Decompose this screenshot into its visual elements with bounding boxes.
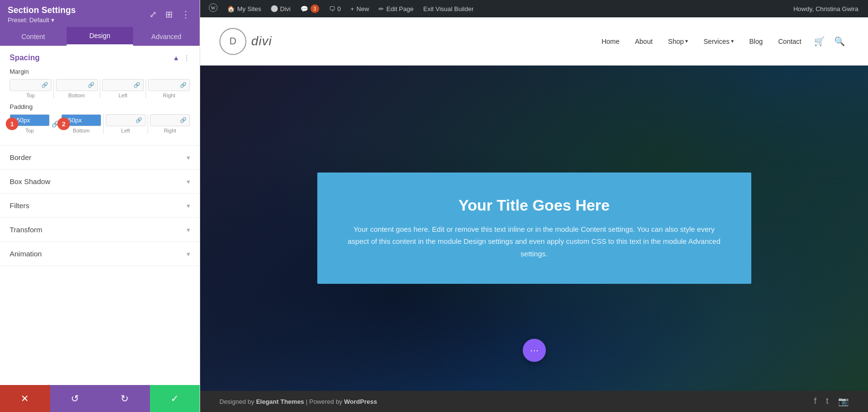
nav-home[interactable]: Home [595,34,626,49]
divi-logo-icon [271,5,278,12]
exit-builder-item[interactable]: Exit Visual Builder [419,0,479,17]
footer-social: f t 📷 [814,396,849,407]
wp-admin-bar: W 🏠 My Sites Divi 💬 3 🗨 0 + New ✏ Edit P… [200,0,868,17]
margin-right-input-wrap: 🔗 [148,79,190,91]
padding-right-group: 🔗 Right [150,114,190,133]
instagram-icon[interactable]: 📷 [838,396,849,407]
tab-content[interactable]: Content [0,27,67,46]
margin-right-link-icon[interactable]: 🔗 [180,82,187,88]
padding-left-label: Left [106,128,146,133]
exit-builder-label: Exit Visual Builder [423,5,474,13]
nav-shop[interactable]: Shop ▾ [661,34,695,49]
my-sites-item[interactable]: 🏠 My Sites [222,0,266,17]
new-label: New [356,5,369,13]
margin-bottom-link-icon[interactable]: 🔗 [88,82,95,88]
plus-icon: + [351,5,354,13]
logo-circle-icon: D [219,28,246,55]
transform-section[interactable]: Transform ▾ [0,218,200,242]
fullscreen-icon[interactable]: ⤢ [148,8,159,21]
margin-right-group: 🔗 Right [148,79,190,98]
edit-page-label: Edit Page [386,5,413,13]
comments-item[interactable]: 💬 3 [296,0,324,17]
margin-divider3 [146,79,146,98]
margin-left-group: 🔗 Left [102,79,144,98]
nav-shop-label: Shop [668,38,684,45]
my-sites-label: My Sites [237,5,261,13]
badge-2: 2 [57,118,70,130]
spacing-menu-icon[interactable]: ⋮ [183,54,190,62]
wp-icon-item[interactable]: W [204,0,222,17]
cart-icon[interactable]: 🛒 [810,32,828,51]
padding-left-link-icon[interactable]: 🔗 [136,117,142,123]
nav-contact[interactable]: Contact [772,34,808,49]
my-sites-icon: 🏠 [227,5,235,13]
logo-text: divi [251,34,272,49]
panel-content: Spacing ▲ ⋮ Margin 🔗 Top [0,46,200,385]
margin-divider2 [100,79,100,98]
badge-1: 1 [6,118,18,130]
new-item[interactable]: + New [346,0,374,17]
content-box-text: Your content goes here. Edit or remove t… [346,223,722,260]
transform-label: Transform [10,226,42,234]
nav-blog[interactable]: Blog [743,34,770,49]
animation-section[interactable]: Animation ▾ [0,242,200,266]
columns-icon[interactable]: ⊞ [163,8,175,21]
more-options-icon[interactable]: ⋮ [179,8,192,21]
margin-row: 🔗 Top 🔗 Bottom 🔗 [10,79,190,98]
filters-chevron-icon: ▾ [187,202,190,210]
padding-row: 1 Top 🔗 2 Bottom [10,114,190,133]
margin-top-group: 🔗 Top [10,79,52,98]
margin-bottom-input[interactable] [59,81,86,89]
margin-right-input[interactable] [151,81,178,89]
nav-services-label: Services [704,38,730,45]
padding-right-input[interactable] [153,117,178,124]
tab-advanced[interactable]: Advanced [133,27,200,46]
footer-mid: | Powered by [306,398,344,405]
bubbles-count: 0 [338,5,341,13]
bubbles-item[interactable]: 🗨 0 [324,0,346,17]
margin-left-link-icon[interactable]: 🔗 [134,82,140,88]
bubble-icon: 🗨 [329,5,335,13]
nav-about[interactable]: About [628,34,660,49]
comments-count: 3 [311,4,319,13]
save-button[interactable]: ✓ [150,385,200,412]
padding-label: Padding [10,103,190,110]
margin-top-input[interactable] [13,81,40,89]
floating-dots-icon: ⋯ [530,345,539,356]
nav-services[interactable]: Services ▾ [697,34,741,49]
logo-letter: D [230,36,236,47]
padding-right-link-icon[interactable]: 🔗 [180,117,187,123]
panel-preset[interactable]: Preset: Default ▾ [8,16,76,24]
edit-page-item[interactable]: ✏ Edit Page [374,0,418,17]
padding-left-input[interactable] [109,117,134,124]
panel-header-right: ⤢ ⊞ ⋮ [148,8,192,21]
panel-header-left: Section Settings Preset: Default ▾ [8,5,76,24]
margin-bottom-group: 🔗 Bottom [56,79,98,98]
padding-left-group: 🔗 Left [106,114,146,133]
cancel-button[interactable]: ✕ [0,385,50,412]
margin-left-input-wrap: 🔗 [102,79,144,91]
tab-design[interactable]: Design [67,27,133,46]
bottom-bar: ✕ ↺ ↻ ✓ [0,385,200,412]
padding-bottom-outer: 2 [61,114,101,126]
margin-left-input[interactable] [106,81,132,89]
undo-button[interactable]: ↺ [50,385,100,412]
howdy-text: Howdy, Christina Gwira [793,5,858,13]
search-icon[interactable]: 🔍 [830,32,849,51]
footer-wordpress: WordPress [344,398,377,405]
box-shadow-section[interactable]: Box Shadow ▾ [0,170,200,194]
redo-button[interactable]: ↻ [100,385,150,412]
border-section[interactable]: Border ▾ [0,146,200,170]
divi-label: Divi [280,5,291,13]
wordpress-icon: W [209,3,217,14]
divi-item[interactable]: Divi [266,0,296,17]
margin-top-link-icon[interactable]: 🔗 [41,82,48,88]
animation-label: Animation [10,250,42,258]
filters-section[interactable]: Filters ▾ [0,194,200,218]
site-logo[interactable]: D divi [219,28,272,55]
spacing-collapse-icon[interactable]: ▲ [173,54,179,62]
twitter-icon[interactable]: t [826,396,828,407]
floating-menu-button[interactable]: ⋯ [523,339,546,362]
animation-chevron-icon: ▾ [187,250,190,258]
facebook-icon[interactable]: f [814,396,816,407]
